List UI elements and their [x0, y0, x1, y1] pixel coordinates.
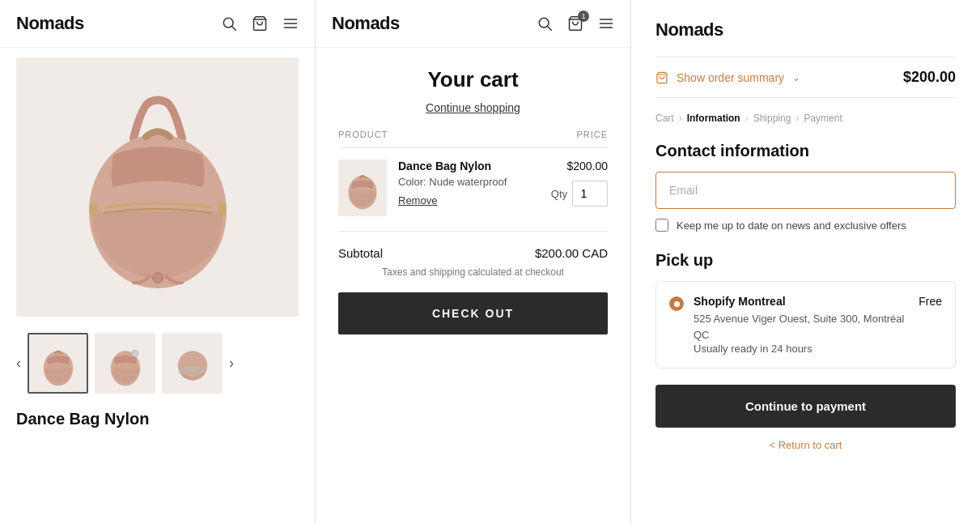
newsletter-checkbox[interactable] [655, 219, 668, 232]
order-summary-total: $200.00 [903, 69, 956, 86]
cart-title: Your cart [338, 67, 608, 92]
continue-payment-button[interactable]: Continue to payment [655, 385, 956, 428]
mid-header-icons: 1 [537, 15, 614, 32]
cart-table-header: PRODUCT PRICE [338, 130, 608, 148]
order-summary-left: Show order summary ⌄ [655, 71, 800, 84]
svg-line-1 [232, 27, 236, 31]
email-field[interactable] [655, 172, 956, 209]
newsletter-row: Keep me up to date on news and exclusive… [655, 219, 956, 232]
middle-panel: Nomads 1 Your cart Continue shopping PRO… [316, 0, 631, 524]
return-to-cart-link[interactable]: Return to cart [655, 439, 956, 451]
pickup-section-title: Pick up [655, 251, 956, 270]
tax-note: Taxes and shipping calculated at checkou… [338, 266, 608, 278]
mid-menu-icon[interactable] [598, 15, 614, 32]
mid-header: Nomads 1 [316, 0, 630, 48]
thumbnail-row: ‹ [0, 326, 315, 400]
svg-rect-8 [218, 203, 226, 215]
next-arrow[interactable]: › [229, 355, 234, 372]
mid-cart-wrap[interactable]: 1 [567, 15, 583, 32]
left-header: Nomads [0, 0, 315, 48]
qty-input[interactable] [572, 181, 608, 207]
subtotal-row: Subtotal $200.00 CAD [338, 246, 608, 266]
col-product: PRODUCT [338, 130, 388, 139]
qty-box: Qty [551, 181, 608, 207]
cart-icon[interactable] [252, 15, 268, 32]
right-panel: Nomads Show order summary ⌄ $200.00 Cart… [631, 0, 980, 524]
right-logo: Nomads [655, 19, 956, 40]
pickup-details: Shopify Montreal 525 Avenue Viger Ouest,… [694, 295, 909, 355]
left-header-icons [221, 15, 299, 32]
svg-line-15 [548, 27, 552, 31]
cart-item-thumbnail [338, 160, 387, 216]
newsletter-label: Keep me up to date on news and exclusive… [677, 219, 906, 232]
cart-badge: 1 [578, 11, 589, 22]
svg-point-12 [131, 350, 138, 356]
svg-point-9 [153, 273, 163, 283]
cart-item: Dance Bag Nylon Color: Nude waterproof R… [338, 160, 608, 232]
cart-item-remove[interactable]: Remove [398, 194, 437, 207]
pickup-free-label: Free [918, 295, 942, 308]
svg-rect-7 [90, 203, 98, 215]
col-price: PRICE [576, 130, 608, 139]
breadcrumb-payment[interactable]: Payment [804, 113, 842, 124]
contact-section-title: Contact information [655, 142, 956, 160]
mid-search-icon[interactable] [537, 15, 553, 32]
product-title-area: Dance Bag Nylon [0, 400, 315, 435]
left-logo: Nomads [16, 13, 84, 34]
subtotal-label: Subtotal [338, 246, 383, 260]
cart-item-details: Dance Bag Nylon Color: Nude waterproof R… [398, 160, 540, 207]
qty-label: Qty [551, 188, 567, 200]
breadcrumb-sep-3: › [795, 113, 799, 124]
cart-item-name: Dance Bag Nylon [398, 160, 540, 173]
pickup-address: 525 Avenue Viger Ouest, Suite 300, Montr… [694, 311, 909, 343]
search-icon[interactable] [221, 15, 237, 32]
thumbnail-2[interactable] [95, 333, 155, 394]
pickup-location-name: Shopify Montreal [694, 295, 909, 308]
cart-item-price: $200.00 [566, 160, 608, 173]
cart-item-color: Color: Nude waterproof [398, 176, 540, 188]
mid-logo: Nomads [332, 13, 400, 34]
breadcrumb-information[interactable]: Information [687, 113, 740, 124]
product-main-image [16, 58, 299, 317]
checkout-button[interactable]: CHECK OUT [338, 292, 608, 334]
cart-item-price-qty: $200.00 Qty [551, 160, 608, 207]
thumbnail-1[interactable] [28, 333, 88, 394]
breadcrumb-sep-2: › [745, 113, 749, 124]
menu-icon[interactable] [282, 15, 299, 32]
order-summary-bar[interactable]: Show order summary ⌄ $200.00 [655, 57, 956, 98]
breadcrumb-cart[interactable]: Cart [655, 113, 674, 124]
breadcrumb-shipping[interactable]: Shipping [753, 113, 791, 124]
breadcrumb: Cart › Information › Shipping › Payment [655, 113, 956, 124]
prev-arrow[interactable]: ‹ [16, 355, 21, 372]
chevron-down-icon: ⌄ [792, 72, 800, 83]
radio-inner [674, 301, 680, 307]
cart-summary-icon [655, 71, 668, 84]
continue-shopping-wrap: Continue shopping [338, 100, 608, 115]
cart-content: Your cart Continue shopping PRODUCT PRIC… [316, 48, 630, 334]
product-title: Dance Bag Nylon [16, 410, 299, 428]
breadcrumb-sep-1: › [679, 113, 682, 124]
pickup-radio [669, 296, 684, 311]
pickup-ready: Usually ready in 24 hours [694, 343, 909, 355]
pickup-option[interactable]: Shopify Montreal 525 Avenue Viger Ouest,… [655, 281, 956, 369]
order-summary-label: Show order summary [677, 71, 784, 84]
continue-shopping-link[interactable]: Continue shopping [426, 101, 520, 114]
thumbnail-3[interactable] [162, 333, 223, 394]
left-panel: Nomads [0, 0, 316, 524]
subtotal-value: $200.00 CAD [535, 246, 608, 260]
